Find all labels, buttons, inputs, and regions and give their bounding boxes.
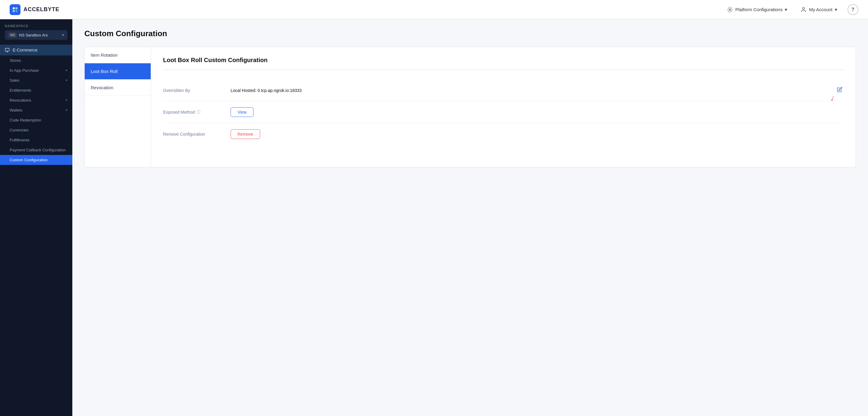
sidebar-item-stores[interactable]: Stores (0, 56, 72, 65)
gear-icon (727, 7, 733, 13)
ns-name: NS Sandbox Ars (19, 33, 60, 37)
tab-loot-box-roll[interactable]: Loot Box Roll (85, 63, 151, 80)
remove-config-row: Remove Configuration Remove (163, 123, 844, 145)
svg-rect-3 (16, 10, 18, 12)
namespace-section: NAMESPACE NS NS Sandbox Ars ▾ (0, 19, 72, 42)
svg-point-5 (803, 7, 805, 9)
tab-list: Item Rotation Loot Box Roll Revocation (85, 47, 151, 167)
pencil-icon (837, 87, 842, 92)
namespace-label: NAMESPACE (5, 24, 67, 28)
main-content: Custom Configuration Item Rotation Loot … (72, 19, 868, 416)
sidebar-item-code-redemption[interactable]: Code Redemption (0, 115, 72, 125)
ns-chevron-icon: ▾ (62, 33, 64, 37)
header-right: Platform Configurations ▾ My Account ▾ ? (724, 4, 858, 15)
detail-title: Loot Box Roll Custom Configuration (163, 57, 844, 70)
wallets-chevron: ▾ (66, 108, 67, 112)
sidebar-item-entitlements[interactable]: Entitlements (0, 85, 72, 95)
page-title: Custom Configuration (84, 29, 856, 38)
sidebar-item-in-app-purchase[interactable]: In-App Purchase ▾ (0, 65, 72, 76)
edit-button[interactable] (836, 86, 844, 95)
my-account-label: My Account (809, 7, 832, 12)
sidebar-item-custom-configuration[interactable]: Custom Configuration (0, 155, 72, 165)
ns-badge: NS (8, 33, 17, 37)
exposed-method-row: Exposed Method ⓘ View (163, 101, 844, 123)
exposed-method-value: View (230, 107, 844, 117)
ecommerce-label: E-Commerce (13, 48, 37, 53)
sidebar-ecommerce[interactable]: E-Commerce (0, 44, 72, 56)
help-button[interactable]: ? (847, 4, 858, 15)
svg-rect-6 (5, 48, 9, 51)
user-icon (801, 7, 807, 13)
sidebar-item-payment-callback[interactable]: Payment Callback Configuration (0, 145, 72, 155)
sidebar-section: E-Commerce Stores In-App Purchase ▾ Sale… (0, 44, 72, 165)
ecommerce-icon (5, 48, 10, 53)
detail-panel: Loot Box Roll Custom Configuration Overr… (151, 47, 856, 167)
remove-config-label: Remove Configuration (163, 132, 223, 137)
overridden-by-row: Overridden By Local Hosted: 0.tcp.ap.ngr… (163, 80, 844, 101)
svg-rect-0 (13, 7, 15, 9)
platform-config-label: Platform Configurations (735, 7, 783, 12)
my-account-chevron: ▾ (835, 7, 837, 12)
logo-icon (10, 4, 21, 15)
logo-text: ACCELBYTE (24, 6, 59, 13)
tab-item-rotation[interactable]: Item Rotation (85, 47, 151, 63)
remove-config-value: Remove (230, 129, 844, 139)
exposed-method-label: Exposed Method ⓘ (163, 110, 223, 115)
platform-config-chevron: ▾ (785, 7, 787, 12)
info-icon: ⓘ (196, 110, 200, 115)
help-icon: ? (851, 7, 855, 12)
logo: ACCELBYTE (10, 4, 59, 15)
overridden-by-value: Local Hosted: 0.tcp.ap.ngrok.io:18333 (230, 88, 829, 93)
overridden-by-label: Overridden By (163, 88, 223, 93)
remove-button[interactable]: Remove (230, 129, 260, 139)
sidebar-item-fulfillments[interactable]: Fulfillments (0, 135, 72, 145)
content-area: Item Rotation Loot Box Roll Revocation L… (84, 47, 856, 167)
view-button[interactable]: View (230, 107, 253, 117)
my-account-button[interactable]: My Account ▾ (798, 5, 840, 14)
sidebar-item-revocations[interactable]: Revocations ▾ (0, 95, 72, 105)
svg-point-4 (729, 9, 731, 10)
edit-button-wrapper: ↑ (836, 86, 844, 95)
in-app-purchase-chevron: ▾ (66, 68, 67, 72)
body: NAMESPACE NS NS Sandbox Ars ▾ E-Commerce… (0, 19, 868, 416)
tab-revocation[interactable]: Revocation (85, 80, 151, 96)
sales-chevron: ▾ (66, 78, 67, 82)
sidebar-item-wallets[interactable]: Wallets ▾ (0, 105, 72, 115)
svg-rect-1 (16, 7, 18, 9)
revocations-chevron: ▾ (66, 98, 67, 102)
svg-rect-2 (13, 10, 15, 12)
sidebar: NAMESPACE NS NS Sandbox Ars ▾ E-Commerce… (0, 19, 72, 416)
sidebar-item-currencies[interactable]: Currencies (0, 125, 72, 135)
platform-config-button[interactable]: Platform Configurations ▾ (724, 5, 790, 14)
header: ACCELBYTE Platform Configurations ▾ My A… (0, 0, 868, 19)
sidebar-item-sales[interactable]: Sales ▾ (0, 76, 72, 85)
namespace-selector[interactable]: NS NS Sandbox Ars ▾ (5, 30, 67, 40)
